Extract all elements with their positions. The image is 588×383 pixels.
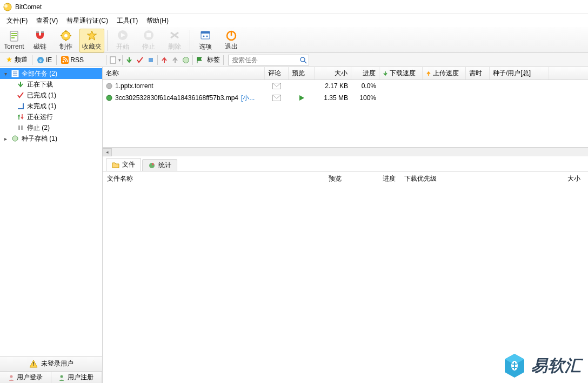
subbar-stop2-button[interactable] [145, 55, 156, 65]
menu-file[interactable]: 文件(F) [2, 15, 32, 27]
fcol-preview[interactable]: 预览 [324, 174, 357, 183]
svg-point-41 [61, 375, 63, 378]
mail-icon[interactable] [272, 95, 281, 101]
flag-icon [196, 56, 203, 64]
tree-downloading[interactable]: 正在下载 [0, 79, 102, 90]
page-icon [109, 56, 117, 64]
user-status-box: ! 未登录用户 [0, 356, 102, 371]
toolbar-magnet-button[interactable]: 磁链 [28, 29, 52, 52]
fcol-name[interactable]: 文件名称 [103, 174, 324, 183]
menu-pass[interactable]: 彗星通行证(C) [62, 15, 112, 27]
tree-stopped[interactable]: 停止 (2) [0, 122, 102, 133]
register-button[interactable]: 用户注册 [51, 372, 103, 383]
toolbar-torrent-button[interactable]: Torrent [2, 29, 26, 52]
mail-icon[interactable] [272, 83, 281, 89]
check-red-icon [16, 91, 25, 100]
col-size[interactable]: 大小 [315, 67, 351, 80]
login-button[interactable]: 用户登录 [0, 372, 51, 383]
svg-point-19 [203, 35, 205, 37]
sidebar: ▾ 全部任务 (2) 正在下载 已完成 (1) 未完成 (1) 正在运行 [0, 67, 103, 383]
tab-stats[interactable]: 统计 [142, 159, 177, 171]
fcol-priority[interactable]: 下载优先级 [400, 174, 449, 183]
toolbar-exit-button[interactable]: 退出 [219, 29, 244, 52]
menu-help[interactable]: 帮助(H) [142, 15, 173, 27]
fcol-progress[interactable]: 进度 [357, 174, 400, 183]
subbar-new-button[interactable] [108, 55, 118, 65]
toolbar-separator [190, 30, 190, 51]
warning-icon: ! [29, 360, 38, 368]
play-green-icon[interactable] [298, 95, 305, 101]
tree-archive[interactable]: ▸ 种子存档 (1) [0, 133, 102, 144]
col-dlspeed[interactable]: 下载速度 [379, 67, 423, 80]
task-rows: 1.pptx.torrent 2.17 KB 0.0% 3cc302532830… [103, 80, 588, 147]
search-input[interactable] [228, 55, 309, 65]
subbar-tags[interactable]: 标签 [205, 55, 222, 64]
arrow-down-green-icon [383, 71, 388, 76]
tree-unfinished[interactable]: 未完成 (1) [0, 101, 102, 111]
subbar-check-button[interactable] [135, 55, 145, 65]
hscrollbar[interactable]: ◂ [103, 147, 588, 156]
magnet-icon [34, 30, 46, 42]
toolbar-delete-button[interactable]: 删除 [162, 29, 187, 52]
task-row[interactable]: 1.pptx.torrent 2.17 KB 0.0% [103, 80, 588, 92]
toolbar-separator [107, 30, 108, 51]
toolbar-options-button[interactable]: 选项 [193, 29, 218, 52]
status-dot-grey-icon [106, 83, 112, 89]
tree-finished[interactable]: 已完成 (1) [0, 90, 102, 101]
svg-point-9 [64, 34, 68, 37]
arrow-down-green-icon [16, 80, 25, 89]
folder-icon [112, 161, 119, 169]
tree-all-tasks[interactable]: ▾ 全部任务 (2) [0, 68, 102, 79]
subbar-flag-button[interactable] [194, 55, 205, 65]
rss-icon [61, 56, 69, 64]
menu-view[interactable]: 查看(V) [32, 15, 62, 27]
search-icon[interactable] [299, 56, 307, 64]
tab-file[interactable]: 文件 [106, 158, 141, 171]
subbar-up-grey-button[interactable] [170, 55, 181, 65]
svg-rect-3 [11, 33, 17, 34]
subbar-down-button[interactable] [124, 55, 135, 65]
col-progress[interactable]: 进度 [351, 67, 379, 80]
toolbar-favorites-button[interactable]: 收藏夹 [79, 29, 104, 52]
svg-rect-5 [11, 37, 15, 38]
col-ulspeed[interactable]: 上传速度 [423, 67, 466, 80]
task-row[interactable]: 3cc302532830f61c4a18436168ff57b3.mp4 [小.… [103, 92, 588, 104]
delete-icon [168, 30, 181, 42]
svg-rect-6 [36, 31, 39, 33]
archive-icon [11, 134, 19, 143]
svg-point-20 [206, 35, 208, 37]
main-area: ▾ 全部任务 (2) 正在下载 已完成 (1) 未完成 (1) 正在运行 [0, 67, 588, 383]
collapse-icon[interactable]: ▾ [2, 71, 9, 77]
svg-point-44 [106, 95, 112, 101]
status-dot-green-icon [106, 95, 112, 101]
scroll-left-button[interactable]: ◂ [103, 148, 112, 156]
subbar-rss[interactable]: RSS [58, 56, 87, 64]
col-name[interactable]: 名称 [103, 67, 265, 80]
arrow-up-orange-icon [426, 71, 431, 76]
subbar-up-red-button[interactable] [159, 55, 170, 65]
menu-bar: 文件(F) 查看(V) 彗星通行证(C) 工具(T) 帮助(H) [0, 14, 588, 27]
arrow-down-icon [125, 56, 133, 64]
menu-tools[interactable]: 工具(T) [112, 15, 142, 27]
toolbar-make-button[interactable]: 制作 [54, 29, 78, 52]
expand-icon[interactable]: ▸ [2, 136, 9, 142]
toolbar-stop-button[interactable]: 停止 [136, 29, 161, 52]
arrow-up-red-icon [161, 56, 168, 64]
subbar-globe-button[interactable] [181, 55, 191, 65]
svg-point-38 [12, 136, 18, 141]
subbar-ie[interactable]: e IE [34, 56, 55, 64]
col-comment[interactable]: 评论 [265, 67, 289, 80]
fcol-size[interactable]: 大小 [449, 174, 588, 183]
file-header: 文件名称 预览 进度 下载优先级 大小 [103, 171, 588, 184]
toolbar-start-button[interactable]: 开始 [110, 29, 135, 52]
star-small-icon [5, 56, 13, 64]
watermark: 易软汇 [503, 353, 582, 379]
col-time[interactable]: 需时 [466, 67, 490, 80]
subbar-channel[interactable]: 频道 [2, 55, 31, 64]
col-seed-user[interactable]: 种子/用户[总] [490, 67, 549, 80]
updown-icon [16, 113, 25, 121]
tree-running[interactable]: 正在运行 [0, 111, 102, 122]
pie-icon [148, 162, 156, 169]
task-link[interactable]: [小... [241, 94, 255, 103]
col-preview[interactable]: 预览 [289, 67, 315, 80]
